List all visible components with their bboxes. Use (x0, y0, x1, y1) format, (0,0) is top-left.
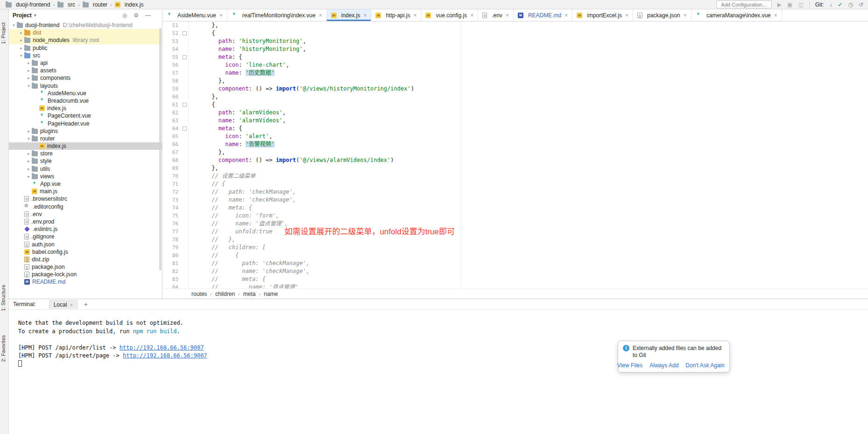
tree-item-api[interactable]: ▸api (9, 59, 162, 67)
tree-item-breadcrumb-vue[interactable]: Breadcrumb.vue (9, 97, 162, 105)
run-icon[interactable]: ▶ (777, 1, 782, 8)
locate-file-icon[interactable]: ◎ (122, 12, 127, 19)
close-icon[interactable]: × (684, 12, 687, 19)
tree-item-pagecontent-vue[interactable]: PageContent.vue (9, 112, 162, 119)
always-add-link[interactable]: Always Add (649, 362, 678, 369)
chevron-right-icon[interactable]: ▸ (26, 167, 32, 171)
tab-importexcel-js[interactable]: importExcel.js× (572, 9, 633, 21)
chevron-right-icon[interactable]: ▸ (26, 174, 32, 179)
tree-item-dist-zip[interactable]: dist.zip (9, 256, 162, 263)
fold-icon[interactable] (181, 29, 189, 37)
stripe-structure-button[interactable]: 1: Structure (0, 285, 6, 311)
tab-cameramanage-index-vue[interactable]: cameraManage\index.vue× (692, 9, 782, 21)
tab-package-json[interactable]: package.json× (633, 9, 692, 21)
chevron-right-icon[interactable]: ▸ (26, 129, 32, 133)
tree-item-index-js[interactable]: index.js (9, 105, 162, 112)
tab-asidemenu-vue[interactable]: AsideMenu.vue× (162, 9, 227, 21)
tree-item-views[interactable]: ▸views (9, 173, 162, 180)
breadcrumb-item-router[interactable]: router (82, 1, 108, 8)
tree-item-dist[interactable]: ▸dist (9, 29, 162, 36)
chevron-down-icon[interactable]: ▾ (26, 136, 32, 141)
tree-item-assets[interactable]: ▸assets (9, 67, 162, 74)
stripe-favorites-button[interactable]: 2: Favorites (0, 335, 6, 362)
chevron-right-icon[interactable]: ▸ (26, 68, 32, 73)
tree-item-public[interactable]: ▸public (9, 44, 162, 52)
breadcrumb-item-children[interactable]: children (214, 291, 236, 297)
tree-item-readme-md[interactable]: README.md (9, 278, 162, 286)
close-icon[interactable]: × (506, 12, 509, 19)
tree-item-store[interactable]: ▸store (9, 150, 162, 157)
tree-item-utils[interactable]: ▸utils (9, 165, 162, 173)
close-icon[interactable]: × (70, 302, 72, 308)
tab-readme-md[interactable]: README.md× (514, 9, 572, 21)
chevron-down-icon[interactable]: ▾ (18, 53, 24, 58)
close-icon[interactable]: × (774, 12, 777, 19)
tab-env[interactable]: .env× (478, 9, 514, 21)
close-icon[interactable]: × (413, 12, 416, 19)
chevron-right-icon[interactable]: ▸ (18, 38, 24, 42)
tree-item-src[interactable]: ▾src (9, 52, 162, 59)
breadcrumb-item-src[interactable]: src (56, 1, 76, 8)
chevron-down-icon[interactable]: ▼ (33, 13, 37, 18)
close-icon[interactable]: × (565, 12, 568, 19)
code-editor[interactable]: 51 },52 {53 path: 'historyMonitoring',54… (162, 21, 868, 288)
tree-scrollbar[interactable] (159, 28, 162, 271)
close-icon[interactable]: × (470, 12, 473, 19)
tree-item-gitignore[interactable]: .gitignore (9, 233, 162, 240)
tree-item-index-js[interactable]: index.js (9, 142, 162, 150)
tree-item-duoji-frontend[interactable]: ▾duoji-frontendD:\zheheWeb\duoji-fronten… (9, 21, 162, 29)
tree-item-env[interactable]: .env (9, 210, 162, 218)
tab-index-js[interactable]: index.js× (327, 9, 372, 21)
close-icon[interactable]: × (625, 12, 628, 19)
tree-item-style[interactable]: ▸style (9, 157, 162, 165)
breadcrumb-item-name[interactable]: name (263, 291, 279, 297)
coverage-icon[interactable]: ▣ (787, 1, 792, 8)
hide-panel-icon[interactable]: — (145, 12, 151, 19)
dont-ask-again-link[interactable]: Don't Ask Again (685, 362, 725, 369)
add-configuration-button[interactable]: Add Configuration... (716, 0, 772, 8)
new-terminal-session-icon[interactable]: + (84, 301, 88, 308)
chevron-right-icon[interactable]: ▸ (26, 159, 32, 163)
view-files-link[interactable]: View Files (617, 362, 642, 369)
tree-item-app-vue[interactable]: App.vue (9, 180, 162, 188)
breadcrumb-item-routes[interactable]: routes (191, 291, 208, 297)
terminal-url-link[interactable]: http://192.168.66.56:9007 (123, 352, 207, 359)
tree-item-eslintrc-js[interactable]: .eslintrc.js (9, 225, 162, 233)
profiler-icon[interactable]: ◫ (798, 1, 803, 8)
git-commit-icon[interactable]: ✓ (838, 1, 842, 8)
tree-item-plugins[interactable]: ▸plugins (9, 127, 162, 135)
tree-item-package-lock-json[interactable]: package-lock.json (9, 271, 162, 278)
terminal-url-link[interactable]: http://192.168.66.56:9007 (120, 344, 204, 351)
chevron-right-icon[interactable]: ▸ (26, 151, 32, 156)
history-icon[interactable]: ◷ (848, 1, 853, 8)
fold-icon[interactable] (181, 53, 189, 61)
tree-item-components[interactable]: ▸components (9, 74, 162, 82)
tree-item-package-json[interactable]: package.json (9, 263, 162, 271)
git-update-icon[interactable]: ↓ (829, 1, 832, 8)
chevron-down-icon[interactable]: ▾ (11, 23, 17, 28)
rollback-icon[interactable]: ↺ (859, 1, 863, 8)
breadcrumb-item-meta[interactable]: meta (242, 291, 257, 297)
tree-item-pageheader-vue[interactable]: PageHeader.vue (9, 119, 162, 127)
chevron-down-icon[interactable]: ▾ (26, 84, 32, 88)
tree-item-auth-json[interactable]: auth.json (9, 240, 162, 248)
stripe-project-button[interactable]: 1: Project (0, 22, 6, 44)
close-icon[interactable]: × (363, 12, 367, 19)
tree-item-babel-config-js[interactable]: babel.config.js (9, 248, 162, 256)
chevron-right-icon[interactable]: ▸ (18, 46, 24, 50)
tree-item-main-js[interactable]: main.js (9, 188, 162, 195)
tree-item-editorconfig[interactable]: .editorconfig (9, 203, 162, 210)
close-icon[interactable]: × (219, 12, 223, 19)
breadcrumb-item-duoji-frontend[interactable]: duoji-frontend (5, 1, 51, 8)
tab-vue-config-js[interactable]: vue.config.js× (421, 9, 478, 21)
fold-icon[interactable] (181, 101, 189, 109)
terminal-tab-local[interactable]: Local × (49, 300, 78, 309)
tab-realtimemonitoring-index-vue[interactable]: realTimeMonitoring\index.vue× (227, 9, 327, 21)
chevron-right-icon[interactable]: ▸ (18, 30, 24, 35)
tree-item-layouts[interactable]: ▾layouts (9, 82, 162, 90)
chevron-right-icon[interactable]: ▸ (26, 61, 32, 65)
tree-item-env-prod[interactable]: .env.prod (9, 218, 162, 225)
terminal-output[interactable]: Note that the development build is not o… (9, 310, 868, 368)
tree-item-node-modules[interactable]: ▸node_moduleslibrary root (9, 36, 162, 44)
fold-icon[interactable] (181, 125, 189, 133)
